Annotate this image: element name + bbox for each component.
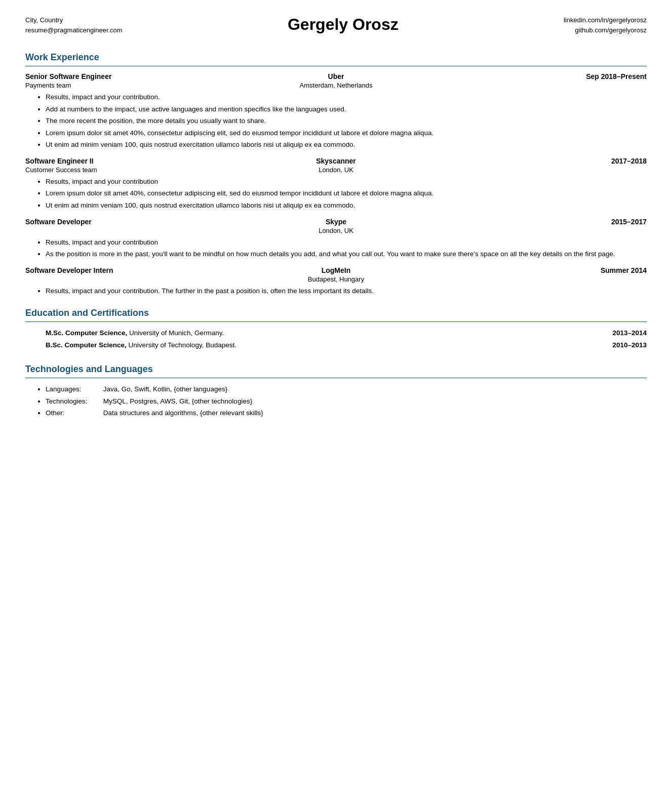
list-item: Lorem ipsum dolor sit amet 40%, consecte… (46, 188, 647, 198)
work-experience-section: Work Experience Senior Software Engineer… (25, 52, 647, 296)
technologies-section: Technologies and Languages Languages: Ja… (25, 364, 647, 418)
job-team-logmein (25, 275, 232, 283)
job-date-skype: 2015–2017 (440, 218, 647, 226)
job-title-skype: Software Developer (25, 218, 232, 226)
education-divider (25, 321, 647, 322)
job-company-logmein: LogMeIn (232, 266, 440, 274)
job-bullets-skype: Results, impact and your contribution As… (25, 237, 647, 259)
job-skyscanner: Software Engineer II Skyscanner 2017–201… (25, 157, 647, 211)
job-location-logmein: Budapest, Hungary (232, 275, 440, 283)
job-team-uber: Payments team (25, 82, 232, 89)
list-item: Add at numbers to the impact, use active… (46, 104, 647, 114)
job-date-skyscanner: 2017–2018 (440, 157, 647, 165)
edu-bsc: B.Sc. Computer Science, University of Te… (46, 340, 602, 350)
list-item: Lorem ipsum dolor sit amet 40%, consecte… (46, 128, 647, 138)
job-title-logmein: Software Developer Intern (25, 266, 232, 274)
list-item: Ut enim ad minim veniam 100, quis nostru… (46, 140, 647, 150)
job-company-skyscanner: Skyscanner (232, 157, 440, 165)
list-item: M.Sc. Computer Science, University of Mu… (46, 328, 647, 338)
job-uber: Senior Software Engineer Uber Sep 2018–P… (25, 72, 647, 150)
list-item: Ut enim ad minim veniam 100, quis nostru… (46, 200, 647, 211)
edu-msc: M.Sc. Computer Science, University of Mu… (46, 328, 602, 338)
list-item: Other: Data structures and algorithms, {… (46, 408, 647, 418)
technologies-list: Languages: Java, Go, Swift, Kotlin, {oth… (25, 384, 647, 418)
list-item: Results, impact and your contribution. T… (46, 286, 647, 296)
job-location-skyscanner: London, UK (232, 166, 440, 174)
candidate-name: Gergely Orosz (123, 15, 564, 34)
job-title-uber: Senior Software Engineer (25, 72, 232, 80)
job-date-logmein: Summer 2014 (440, 266, 647, 274)
header-city: City, Country (25, 15, 123, 25)
header-right: linkedin.com/in/gergelyorosz github.com/… (564, 15, 647, 35)
edu-msc-date: 2013–2014 (612, 328, 647, 338)
list-item: Languages: Java, Go, Swift, Kotlin, {oth… (46, 384, 647, 394)
job-title-skyscanner: Software Engineer II (25, 157, 232, 165)
header-github[interactable]: github.com/gergelyorosz (564, 25, 647, 35)
job-team-skyscanner: Customer Success team (25, 166, 232, 174)
job-logmein: Software Developer Intern LogMeIn Summer… (25, 266, 647, 296)
job-bullets-skyscanner: Results, impact and your contribution Lo… (25, 177, 647, 211)
job-date-uber: Sep 2018–Present (440, 72, 647, 80)
tech-label-technologies: Technologies: (46, 396, 101, 407)
list-item: B.Sc. Computer Science, University of Te… (46, 340, 647, 350)
tech-value-languages: Java, Go, Swift, Kotlin, {other language… (103, 385, 227, 393)
education-title: Education and Certifications (25, 308, 647, 318)
header-left: City, Country resume@pragmaticengineer.c… (25, 15, 123, 35)
technologies-title: Technologies and Languages (25, 364, 647, 375)
list-item: Results, impact and your contribution (46, 177, 647, 187)
job-location-uber: Amsterdam, Netherlands (232, 82, 440, 89)
tech-label-languages: Languages: (46, 384, 101, 394)
resume-header: City, Country resume@pragmaticengineer.c… (25, 15, 647, 40)
work-experience-divider (25, 66, 647, 66)
list-item: Technologies: MySQL, Postgres, AWS, Git,… (46, 396, 647, 407)
job-company-skype: Skype (232, 218, 440, 226)
job-skype: Software Developer Skype 2015–2017 Londo… (25, 218, 647, 259)
education-section: Education and Certifications M.Sc. Compu… (25, 308, 647, 352)
job-bullets-logmein: Results, impact and your contribution. T… (25, 286, 647, 296)
job-bullets-uber: Results, impact and your contribution. A… (25, 92, 647, 150)
header-center: Gergely Orosz (123, 15, 564, 34)
header-linkedin[interactable]: linkedin.com/in/gergelyorosz (564, 15, 647, 25)
list-item: Results, impact and your contribution. (46, 92, 647, 102)
header-email: resume@pragmaticengineer.com (25, 25, 123, 35)
technologies-divider (25, 378, 647, 378)
job-location-skype: London, UK (232, 227, 440, 234)
job-company-uber: Uber (232, 72, 440, 80)
list-item: Results, impact and your contribution (46, 237, 647, 248)
tech-label-other: Other: (46, 408, 101, 418)
list-item: The more recent the position, the more d… (46, 116, 647, 126)
edu-bsc-date: 2010–2013 (612, 340, 647, 350)
tech-value-technologies: MySQL, Postgres, AWS, Git, {other techno… (103, 397, 252, 405)
list-item: As the position is more in the past, you… (46, 249, 647, 259)
tech-value-other: Data structures and algorithms, {other r… (103, 409, 263, 417)
job-team-skype (25, 227, 232, 234)
work-experience-title: Work Experience (25, 52, 647, 63)
education-list: M.Sc. Computer Science, University of Mu… (25, 328, 647, 352)
